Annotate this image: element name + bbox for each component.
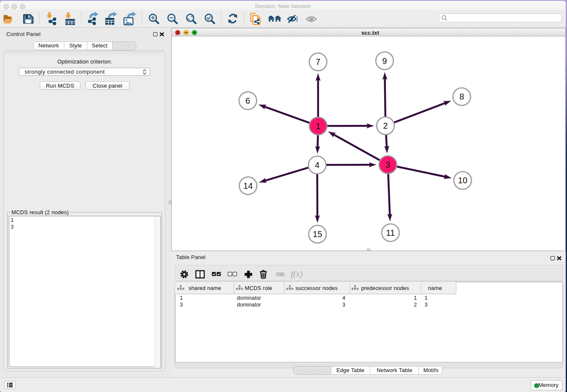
svg-text:shared name: shared name bbox=[188, 285, 221, 291]
svg-text:14: 14 bbox=[243, 181, 253, 190]
svg-text:4: 4 bbox=[315, 160, 319, 170]
svg-text:MCDS role: MCDS role bbox=[245, 285, 272, 291]
svg-text:6: 6 bbox=[245, 96, 250, 105]
svg-text:10: 10 bbox=[458, 176, 468, 185]
svg-text:predecessor nodes: predecessor nodes bbox=[361, 285, 409, 291]
svg-text:1: 1 bbox=[414, 295, 417, 301]
svg-text:2: 2 bbox=[414, 302, 417, 308]
svg-text:3: 3 bbox=[425, 302, 428, 308]
svg-text:3: 3 bbox=[180, 302, 183, 308]
svg-text:8: 8 bbox=[460, 92, 464, 101]
svg-text:1: 1 bbox=[425, 295, 428, 301]
svg-text:7: 7 bbox=[316, 57, 320, 66]
svg-text:1: 1 bbox=[180, 295, 183, 301]
svg-text:9: 9 bbox=[382, 56, 387, 66]
svg-text:15: 15 bbox=[313, 229, 322, 239]
svg-text:successor nodes: successor nodes bbox=[295, 285, 338, 291]
svg-text:4: 4 bbox=[342, 295, 345, 301]
svg-text:3: 3 bbox=[342, 302, 345, 308]
svg-text:name: name bbox=[428, 285, 442, 291]
svg-text:dominator: dominator bbox=[237, 302, 261, 308]
svg-text:f(x): f(x) bbox=[291, 269, 303, 279]
svg-text:2: 2 bbox=[383, 121, 388, 130]
svg-text:dominator: dominator bbox=[237, 295, 261, 301]
svg-text:1: 1 bbox=[316, 121, 320, 131]
svg-text:3: 3 bbox=[385, 160, 390, 169]
svg-text:11: 11 bbox=[386, 228, 395, 237]
